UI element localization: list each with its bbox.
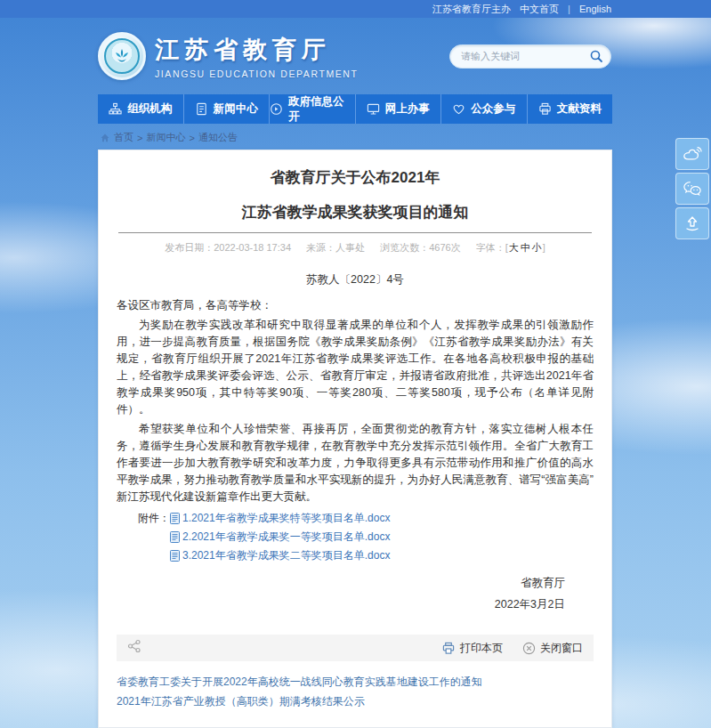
article-meta: 发布日期：2022-03-18 17:34 来源：人事处 浏览次数：4676次 …: [117, 241, 594, 255]
article-action-bar: 打印本页 关闭窗口: [117, 635, 594, 661]
related-link[interactable]: 省委教育工委关于开展2022年高校统一战线同心教育实践基地建设工作的通知: [117, 672, 594, 692]
site-logo[interactable]: 江苏省教育厅 JIANGSU EDUCATION DEPARTMENT: [98, 32, 359, 80]
news-document-icon: [195, 102, 208, 116]
share-icon[interactable]: [127, 639, 141, 657]
views-label: 浏览次数：: [380, 242, 429, 253]
chinese-home-link[interactable]: 中文首页: [520, 3, 559, 16]
breadcrumb-news-center[interactable]: 新闻中心: [146, 131, 185, 144]
site-title: 江苏省教育厅: [155, 34, 359, 66]
publish-date-label: 发布日期：: [165, 242, 214, 253]
printer-icon: [538, 102, 552, 116]
related-links: 省委教育工委关于开展2022年高校统一战线同心教育实践基地建设工作的通知 202…: [117, 672, 594, 711]
weibo-share-button[interactable]: [675, 138, 709, 170]
nav-item-online-services[interactable]: 网上办事: [355, 94, 441, 124]
search-box: [449, 44, 611, 69]
attachment-name: 2.2021年省教学成果奖一等奖项目名单.docx: [182, 528, 390, 546]
nav-item-gov-info-disclosure[interactable]: 政府信息公开: [269, 94, 355, 124]
print-label: 打印本页: [460, 641, 503, 656]
nav-item-public-participation[interactable]: 公众参与: [440, 94, 527, 124]
article-card: 省教育厅关于公布2021年 江苏省教学成果奖获奖项目的通知 发布日期：2022-…: [98, 150, 612, 728]
close-label: 关闭窗口: [540, 641, 583, 656]
attachments-label: 附件：: [138, 509, 170, 528]
nav-label: 文献资料: [557, 101, 602, 117]
monitor-icon: [367, 102, 380, 116]
search-input[interactable]: [461, 51, 589, 61]
wechat-share-button[interactable]: [675, 173, 709, 205]
related-link[interactable]: 2021年江苏省产业教授（高职类）期满考核结果公示: [117, 692, 594, 711]
arrow-up-icon: [683, 214, 701, 232]
body-paragraph: 希望获奖单位和个人珍惜荣誉、再接再厉，全面贯彻党的教育方针，落实立德树人根本任务…: [117, 421, 594, 506]
breadcrumb-separator: >: [137, 133, 142, 143]
attachments-section: 附件： 1.2021年省教学成果奖特等奖项目名单.docx 2.2021年省教学…: [117, 509, 594, 565]
org-chart-icon: [109, 102, 122, 116]
nav-label: 新闻中心: [214, 101, 258, 117]
body-paragraph: 为奖励在教学实践改革和研究中取得显著成果的单位和个人，发挥教学成果的引领激励作用…: [117, 317, 594, 418]
attachment-link[interactable]: 2.2021年省教学成果奖一等奖项目名单.docx: [170, 528, 390, 546]
document-number: 苏教人〔2022〕4号: [117, 272, 594, 287]
title-divider: [118, 232, 592, 233]
main-navigation: 组织机构 新闻中心 政府信息公开 网上办事 公众参与 文献资料: [98, 94, 612, 124]
font-size-medium[interactable]: 中: [521, 242, 530, 253]
article-title-line2: 江苏省教学成果奖获奖项目的通知: [117, 203, 594, 222]
department-emblem-icon: [98, 32, 146, 80]
site-title-english: JIANGSU EDUCATION DEPARTMENT: [155, 69, 359, 79]
nav-item-documents[interactable]: 文献资料: [527, 94, 613, 124]
signature-org: 省教育厅: [117, 572, 565, 594]
weibo-cloud-icon: [683, 145, 702, 163]
home-icon: [100, 133, 110, 143]
host-link[interactable]: 江苏省教育厅主办: [432, 3, 511, 16]
nav-label: 公众参与: [471, 101, 515, 117]
back-to-top-button[interactable]: [675, 207, 709, 239]
topbar-divider: |: [568, 4, 570, 14]
breadcrumb-home[interactable]: 首页: [114, 131, 133, 144]
site-title-block: 江苏省教育厅 JIANGSU EDUCATION DEPARTMENT: [155, 34, 359, 79]
breadcrumb: 首页 > 新闻中心 > 通知公告: [100, 131, 711, 144]
salutation: 各设区市教育局，各高等学校：: [117, 297, 594, 314]
nav-item-news-center[interactable]: 新闻中心: [183, 94, 270, 124]
font-size-large[interactable]: 大: [509, 242, 519, 253]
doc-file-icon: [170, 531, 180, 543]
doc-file-icon: [170, 550, 180, 562]
signature-date: 2022年3月2日: [117, 594, 565, 615]
print-icon: [441, 642, 456, 655]
print-button[interactable]: 打印本页: [441, 641, 503, 656]
wechat-icon: [683, 180, 702, 198]
floating-toolbar: [675, 138, 709, 242]
close-icon: [522, 642, 536, 655]
english-link[interactable]: English: [579, 4, 611, 14]
site-header: 江苏省教育厅 JIANGSU EDUCATION DEPARTMENT: [0, 18, 711, 94]
source-label: 来源：: [306, 242, 335, 253]
lotus-icon: [111, 45, 133, 67]
nav-label: 政府信息公开: [288, 94, 355, 125]
doc-file-icon: [170, 513, 180, 524]
breadcrumb-separator: >: [189, 133, 194, 143]
font-size-label: 字体：: [476, 242, 505, 253]
attachment-name: 1.2021年省教学成果奖特等奖项目名单.docx: [182, 509, 390, 528]
info-disclosure-icon: [270, 102, 283, 116]
font-size-small[interactable]: 小: [532, 242, 542, 253]
heart-icon: [452, 102, 465, 116]
font-bracket-close: ]: [543, 242, 545, 253]
nav-label: 组织机构: [127, 101, 172, 117]
search-icon[interactable]: [589, 49, 603, 63]
nav-item-organization[interactable]: 组织机构: [98, 94, 183, 124]
top-utility-bar: 江苏省教育厅主办 中文首页 | English: [0, 0, 711, 18]
attachment-link[interactable]: 1.2021年省教学成果奖特等奖项目名单.docx: [170, 509, 390, 528]
close-window-button[interactable]: 关闭窗口: [522, 641, 583, 656]
attachment-link[interactable]: 3.2021年省教学成果奖二等奖项目名单.docx: [170, 546, 390, 565]
nav-label: 网上办事: [385, 101, 430, 117]
breadcrumb-notices[interactable]: 通知公告: [198, 131, 238, 144]
font-bracket-open: [: [505, 242, 508, 253]
views-value: 4676次: [429, 242, 460, 253]
article-title-line1: 省教育厅关于公布2021年: [117, 168, 594, 188]
signature-block: 省教育厅 2022年3月2日: [117, 572, 594, 615]
attachment-name: 3.2021年省教学成果奖二等奖项目名单.docx: [182, 546, 390, 565]
publish-date-value: 2022-03-18 17:34: [214, 242, 291, 253]
source-value: 人事处: [335, 242, 365, 253]
